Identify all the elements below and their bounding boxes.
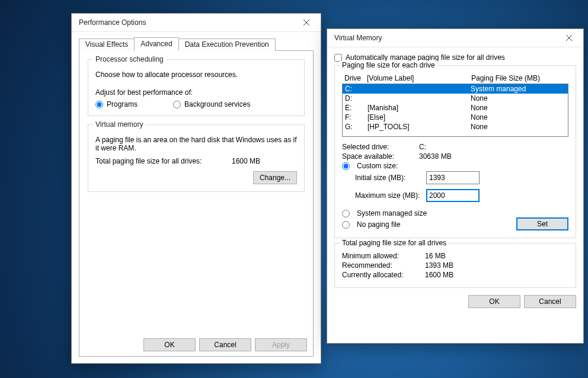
processor-desc: Choose how to allocate processor resourc… bbox=[95, 71, 297, 79]
processor-scheduling-legend: Processor scheduling bbox=[93, 55, 166, 63]
total-paging-legend: Total paging file size for all drives bbox=[340, 239, 449, 247]
radio-no-paging[interactable]: No paging file bbox=[342, 220, 516, 229]
tab-dep[interactable]: Data Execution Prevention bbox=[178, 39, 276, 51]
radio-programs-label: Programs bbox=[107, 100, 138, 108]
apply-button[interactable]: Apply bbox=[255, 338, 307, 351]
ok-button[interactable]: OK bbox=[468, 295, 520, 308]
currently-allocated-value: 1600 MB bbox=[425, 271, 453, 279]
maximum-size-label: Maximum size (MB): bbox=[355, 191, 426, 200]
space-available-label: Space available: bbox=[342, 152, 419, 161]
ok-button[interactable]: OK bbox=[143, 338, 196, 351]
selected-drive-value: C: bbox=[419, 143, 426, 151]
virtual-desc: A paging file is an area on the hard dis… bbox=[95, 136, 297, 152]
radio-system-label: System managed size bbox=[357, 209, 427, 217]
virtual-memory-group: Virtual memory A paging file is an area … bbox=[88, 124, 305, 192]
minimum-allowed-value: 16 MB bbox=[425, 252, 446, 260]
radio-custom-size[interactable]: Custom size: bbox=[342, 162, 568, 170]
auto-manage-checkbox[interactable]: Automatically manage paging file size fo… bbox=[334, 53, 576, 62]
radio-custom-label: Custom size: bbox=[357, 162, 398, 170]
list-item[interactable]: D: None bbox=[343, 94, 568, 103]
performance-title: Performance Options bbox=[79, 18, 146, 27]
radio-programs[interactable]: Programs bbox=[95, 100, 138, 108]
recommended-value: 1393 MB bbox=[425, 261, 453, 270]
cancel-button[interactable]: Cancel bbox=[199, 338, 251, 351]
maximum-size-input[interactable] bbox=[426, 189, 480, 202]
total-paging-value: 1600 MB bbox=[232, 157, 297, 165]
close-icon[interactable] bbox=[560, 31, 579, 44]
set-button[interactable]: Set bbox=[516, 217, 568, 230]
drive-listbox[interactable]: C: System managed D: None E: [Manisha] N… bbox=[342, 84, 568, 137]
paging-size-legend: Paging file size for each drive bbox=[340, 61, 437, 69]
total-paging-label: Total paging file size for all drives: bbox=[95, 157, 232, 165]
initial-size-label: Initial size (MB): bbox=[355, 174, 426, 182]
header-volume-label: [Volume Label] bbox=[367, 74, 471, 82]
initial-size-input[interactable] bbox=[426, 171, 480, 184]
radio-system-managed[interactable]: System managed size bbox=[342, 209, 568, 217]
list-item[interactable]: C: System managed bbox=[343, 84, 568, 94]
cancel-button[interactable]: Cancel bbox=[524, 295, 576, 308]
auto-manage-label: Automatically manage paging file size fo… bbox=[346, 53, 505, 62]
header-drive: Drive bbox=[344, 74, 367, 82]
tab-advanced[interactable]: Advanced bbox=[134, 37, 178, 51]
performance-options-dialog: Performance Options Visual Effects Advan… bbox=[71, 13, 321, 364]
selected-drive-label: Selected drive: bbox=[342, 143, 419, 151]
recommended-label: Recommended: bbox=[342, 261, 425, 270]
radio-background-services[interactable]: Background services bbox=[173, 100, 250, 108]
space-available-value: 30638 MB bbox=[419, 152, 452, 161]
virtual-title: Virtual Memory bbox=[334, 34, 382, 42]
tabpage-advanced: Processor scheduling Choose how to alloc… bbox=[79, 50, 314, 357]
list-item[interactable]: G: [HP_TOOLS] None bbox=[343, 122, 568, 132]
virtual-memory-legend: Virtual memory bbox=[93, 120, 145, 129]
minimum-allowed-label: Minimum allowed: bbox=[342, 252, 425, 260]
performance-titlebar[interactable]: Performance Options bbox=[72, 14, 321, 32]
header-paging-size: Paging File Size (MB) bbox=[471, 74, 566, 82]
drive-list-header: Drive [Volume Label] Paging File Size (M… bbox=[342, 73, 568, 84]
radio-none-label: No paging file bbox=[357, 220, 400, 229]
virtual-memory-dialog: Virtual Memory Automatically manage pagi… bbox=[327, 28, 584, 344]
list-item[interactable]: F: [Else] None bbox=[343, 113, 568, 122]
processor-scheduling-group: Processor scheduling Choose how to alloc… bbox=[88, 59, 305, 116]
currently-allocated-label: Currently allocated: bbox=[342, 271, 425, 279]
radio-background-label: Background services bbox=[184, 100, 250, 108]
total-paging-group: Total paging file size for all drives Mi… bbox=[334, 243, 576, 288]
tabstrip: Visual Effects Advanced Data Execution P… bbox=[79, 38, 314, 51]
close-icon[interactable] bbox=[297, 16, 316, 29]
paging-size-each-drive-group: Paging file size for each drive Drive [V… bbox=[334, 65, 576, 238]
change-button[interactable]: Change... bbox=[253, 171, 297, 184]
adjust-label: Adjust for best performance of: bbox=[95, 88, 297, 97]
tab-visual-effects[interactable]: Visual Effects bbox=[79, 39, 135, 51]
virtual-titlebar[interactable]: Virtual Memory bbox=[327, 29, 583, 47]
list-item[interactable]: E: [Manisha] None bbox=[343, 103, 568, 113]
